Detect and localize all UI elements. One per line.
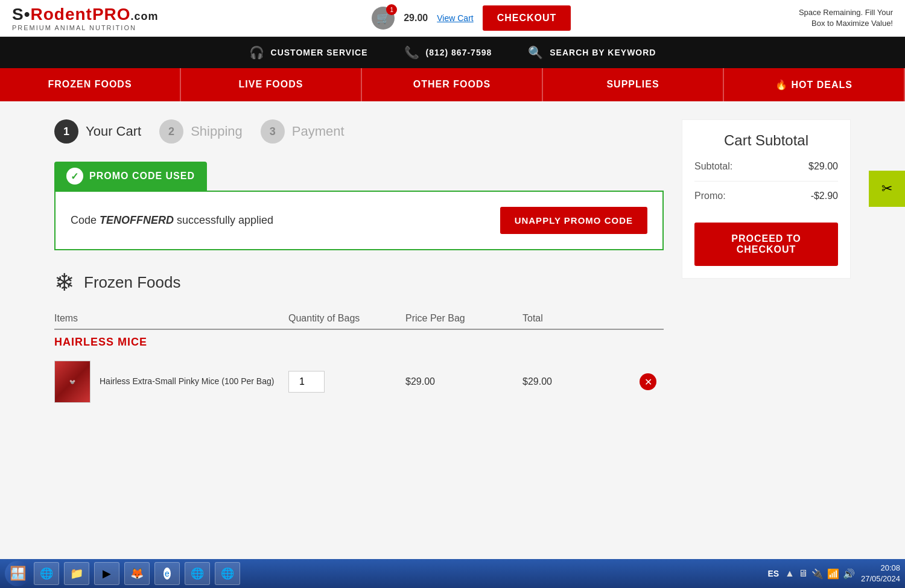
promo-body: Code TENOFFNERD successfully applied UNA… xyxy=(54,191,664,250)
price-per-bag: $29.00 xyxy=(405,376,522,387)
cart-steps: 1 Your Cart 2 Shipping 3 Payment xyxy=(54,119,664,144)
promo-discount-value: -$2.90 xyxy=(811,191,838,201)
step-1-circle: 1 xyxy=(54,119,78,144)
header: S•RodentPRO.com PREMIUM ANIMAL NUTRITION… xyxy=(0,0,905,37)
sys-tray: ▲ 🖥 🔌 📶 🔊 xyxy=(785,568,855,580)
headset-icon: 🎧 xyxy=(249,45,265,60)
start-button[interactable]: 🪟 xyxy=(5,561,30,586)
promo-label: Promo: xyxy=(694,191,726,201)
table-header: Items Quantity of Bags Price Per Bag Tot… xyxy=(54,308,664,330)
promo-row: Promo: -$2.90 xyxy=(694,191,838,201)
remove-item-button[interactable]: ✕ xyxy=(640,373,656,390)
checkout-top-button[interactable]: CHECKOUT xyxy=(483,5,571,31)
table-row: 🐭 Hairless Extra-Small Pinky Mice (100 P… xyxy=(54,355,664,409)
promo-header: ✓ PROMO CODE USED xyxy=(54,162,207,191)
snowflake-icon: ❄ xyxy=(54,268,75,296)
col-qty: Quantity of Bags xyxy=(288,313,405,324)
step-3-label: Payment xyxy=(292,124,345,139)
taskbar-firefox-icon[interactable]: 🦊 xyxy=(124,562,150,585)
proceed-to-checkout-button[interactable]: PROCEED TO CHECKOUT xyxy=(694,223,838,266)
cart-amount: 29.00 xyxy=(404,13,428,24)
unapply-promo-button[interactable]: UNAPPLY PROMO CODE xyxy=(500,207,647,234)
cat-frozen-foods[interactable]: FROZEN FOODS xyxy=(0,68,181,101)
main-content: 1 Your Cart 2 Shipping 3 Payment ✓ PR xyxy=(30,101,875,427)
cat-supplies[interactable]: SUPPLIES xyxy=(543,68,724,101)
search-label: SEARCH BY KEYWORD xyxy=(550,48,656,57)
subtotal-value: $29.00 xyxy=(808,161,838,172)
product-name: Hairless Extra-Small Pinky Mice (100 Per… xyxy=(100,376,274,388)
scissors-icon: ✂ xyxy=(881,181,892,197)
step-1-number: 1 xyxy=(63,125,69,138)
logo-text: S•RodentPRO.com xyxy=(12,5,159,24)
col-price: Price Per Bag xyxy=(405,313,522,324)
step-3-number: 3 xyxy=(270,125,276,138)
promo-message: Code TENOFFNERD successfully applied xyxy=(71,214,273,227)
customer-service-nav[interactable]: 🎧 CUSTOMER SERVICE xyxy=(249,45,368,60)
taskbar: 🪟 🌐 📁 ▶ 🦊 e 🌐 🌐 ES ▲ 🖥 🔌 📶 � xyxy=(0,559,905,588)
step-1: 1 Your Cart xyxy=(54,119,141,144)
play-icon: ▶ xyxy=(103,567,111,580)
firefox-icon: 🦊 xyxy=(130,567,144,580)
windows-icon: 🪟 xyxy=(10,566,26,581)
product-thumbnail: 🐭 xyxy=(54,361,91,403)
subtotal-title: Cart Subtotal xyxy=(694,132,838,149)
floating-promo-badge[interactable]: ✂ xyxy=(869,171,905,207)
promo-banner-label: PROMO CODE USED xyxy=(89,171,195,182)
taskbar-right: ES ▲ 🖥 🔌 📶 🔊 20:08 27/05/2024 xyxy=(767,563,900,584)
cart-sidebar: Cart Subtotal Subtotal: $29.00 Promo: -$… xyxy=(682,119,851,409)
clock-date: 27/05/2024 xyxy=(861,574,900,584)
product-category-label: HAIRLESS MICE xyxy=(54,336,664,349)
customer-service-label: CUSTOMER SERVICE xyxy=(271,48,368,57)
subtotal-label: Subtotal: xyxy=(694,161,732,172)
promo-suffix: successfully applied xyxy=(174,214,273,226)
cat-live-foods[interactable]: LIVE FOODS xyxy=(181,68,362,101)
folder-icon: 📁 xyxy=(70,567,83,580)
product-thumb-inner: 🐭 xyxy=(55,361,90,402)
product-info: 🐭 Hairless Extra-Small Pinky Mice (100 P… xyxy=(54,361,288,403)
taskbar-chrome2-icon[interactable]: 🌐 xyxy=(215,562,240,585)
edge-icon: e xyxy=(164,567,171,580)
row-total: $29.00 xyxy=(522,376,640,387)
taskbar-chrome1-icon[interactable]: 🌐 xyxy=(185,562,210,585)
subtotal-divider xyxy=(694,181,838,182)
tray-up-arrow[interactable]: ▲ xyxy=(785,568,795,579)
space-remaining-text: Space Remaining. Fill Your Box to Maximi… xyxy=(784,7,893,29)
step-3-circle: 3 xyxy=(261,119,285,144)
view-cart-link[interactable]: View Cart xyxy=(437,13,473,23)
tray-icon-2: 🔌 xyxy=(811,568,824,580)
promo-section: ✓ PROMO CODE USED Code TENOFFNERD succes… xyxy=(54,162,664,250)
time-display: 20:08 27/05/2024 xyxy=(861,563,900,584)
chrome1-icon: 🌐 xyxy=(191,567,204,580)
tray-icon-1: 🖥 xyxy=(798,568,808,579)
phone-nav[interactable]: 📞 (812) 867-7598 xyxy=(404,45,492,60)
phone-icon: 📞 xyxy=(404,45,420,60)
step-2: 2 Shipping xyxy=(159,119,243,144)
tray-icon-3: 📶 xyxy=(827,568,839,580)
step-1-label: Your Cart xyxy=(86,124,141,139)
nav-bar: 🎧 CUSTOMER SERVICE 📞 (812) 867-7598 🔍 SE… xyxy=(0,37,905,68)
taskbar-edge-icon[interactable]: e xyxy=(154,562,180,585)
qty-cell xyxy=(288,371,405,393)
category-nav: FROZEN FOODS LIVE FOODS OTHER FOODS SUPP… xyxy=(0,68,905,101)
step-3: 3 Payment xyxy=(261,119,345,144)
left-section: 1 Your Cart 2 Shipping 3 Payment ✓ PR xyxy=(54,119,664,409)
logo-sub: PREMIUM ANIMAL NUTRITION xyxy=(12,24,159,31)
subtotal-row: Subtotal: $29.00 xyxy=(694,161,838,172)
logo-area: S•RodentPRO.com PREMIUM ANIMAL NUTRITION xyxy=(12,5,159,31)
taskbar-ie-icon[interactable]: 🌐 xyxy=(34,562,59,585)
ie-icon: 🌐 xyxy=(40,567,53,580)
tray-icon-4: 🔊 xyxy=(843,568,855,580)
frozen-section-header: ❄ Frozen Foods xyxy=(54,268,664,296)
quantity-input[interactable] xyxy=(288,371,325,393)
step-2-label: Shipping xyxy=(191,124,243,139)
subtotal-box: Cart Subtotal Subtotal: $29.00 Promo: -$… xyxy=(682,119,851,279)
promo-code: TENOFFNERD xyxy=(100,214,174,226)
cat-hot-deals[interactable]: 🔥 HOT DEALS xyxy=(724,68,905,101)
step-2-circle: 2 xyxy=(159,119,183,144)
taskbar-explorer-icon[interactable]: 📁 xyxy=(64,562,89,585)
taskbar-media-icon[interactable]: ▶ xyxy=(94,562,119,585)
search-nav[interactable]: 🔍 SEARCH BY KEYWORD xyxy=(528,45,656,60)
cat-other-foods[interactable]: OTHER FOODS xyxy=(362,68,543,101)
promo-check-icon: ✓ xyxy=(66,168,83,185)
step-2-number: 2 xyxy=(168,125,174,138)
